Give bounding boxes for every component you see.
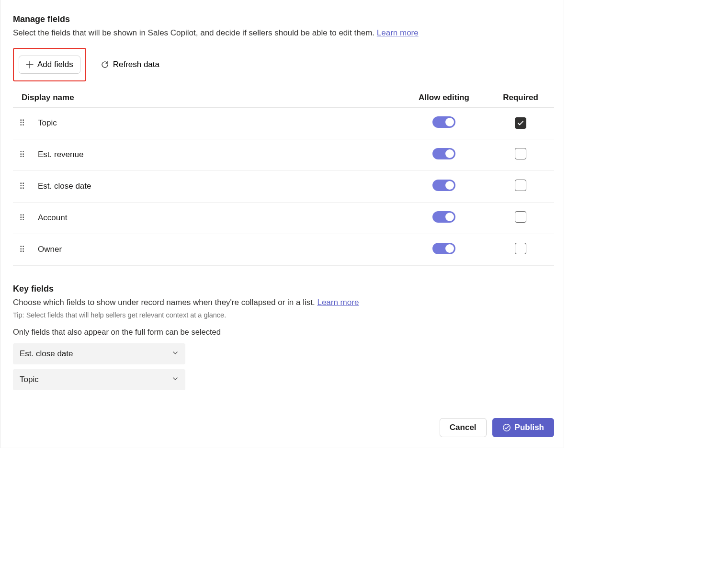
table-row: ⠿ Account: [13, 202, 554, 234]
table-row: ⠿ Est. close date: [13, 170, 554, 202]
manage-fields-learn-more-link[interactable]: Learn more: [377, 28, 419, 37]
field-name: Est. revenue: [32, 139, 401, 170]
check-circle-icon: [502, 423, 511, 432]
check-icon: [517, 120, 524, 126]
chevron-down-icon: [172, 375, 179, 384]
field-name: Account: [32, 202, 401, 234]
manage-fields-desc: Select the fields that will be shown in …: [13, 27, 554, 39]
table-row: ⠿ Topic: [13, 107, 554, 139]
key-fields-desc: Choose which fields to show under record…: [13, 297, 554, 309]
allow-editing-toggle[interactable]: [432, 243, 455, 254]
required-checkbox[interactable]: [515, 117, 526, 129]
col-allow-editing: Allow editing: [401, 89, 487, 108]
table-row: ⠿ Est. revenue: [13, 139, 554, 170]
key-fields-help: Only fields that also appear on the full…: [13, 328, 554, 337]
drag-handle-icon[interactable]: ⠿: [19, 119, 26, 128]
refresh-icon: [101, 60, 109, 69]
add-fields-button[interactable]: Add fields: [19, 56, 80, 74]
cancel-button[interactable]: Cancel: [440, 418, 487, 437]
refresh-data-button[interactable]: Refresh data: [96, 56, 164, 73]
drag-handle-icon[interactable]: ⠿: [19, 182, 26, 191]
drag-handle-icon[interactable]: ⠿: [19, 150, 26, 159]
field-name: Owner: [32, 234, 401, 265]
drag-handle-icon[interactable]: ⠿: [19, 245, 26, 254]
key-field-select-2[interactable]: Topic: [13, 369, 185, 390]
key-fields-title: Key fields: [13, 284, 554, 294]
key-field-select-1-value: Est. close date: [20, 349, 73, 359]
required-checkbox[interactable]: [515, 211, 526, 223]
add-fields-highlight: Add fields: [13, 48, 86, 81]
key-field-select-2-value: Topic: [20, 375, 39, 384]
drag-handle-icon[interactable]: ⠿: [19, 214, 26, 223]
allow-editing-toggle[interactable]: [432, 148, 455, 159]
key-field-select-1[interactable]: Est. close date: [13, 343, 185, 364]
refresh-data-label: Refresh data: [113, 60, 159, 69]
field-name: Est. close date: [32, 170, 401, 202]
key-fields-tip: Tip: Select fields that will help seller…: [13, 311, 554, 319]
manage-fields-desc-text: Select the fields that will be shown in …: [13, 28, 377, 37]
publish-button[interactable]: Publish: [492, 418, 554, 437]
plus-icon: [26, 61, 34, 68]
required-checkbox[interactable]: [515, 180, 526, 191]
required-checkbox[interactable]: [515, 243, 526, 254]
add-fields-label: Add fields: [37, 60, 73, 69]
allow-editing-toggle[interactable]: [432, 116, 455, 128]
toolbar: Add fields Refresh data: [13, 48, 554, 81]
table-row: ⠿ Owner: [13, 234, 554, 265]
fields-table: Display name Allow editing Required ⠿ To…: [13, 89, 554, 266]
required-checkbox[interactable]: [515, 148, 526, 159]
footer: Cancel Publish: [13, 418, 554, 437]
allow-editing-toggle[interactable]: [432, 180, 455, 191]
allow-editing-toggle[interactable]: [432, 211, 455, 223]
chevron-down-icon: [172, 349, 179, 359]
publish-label: Publish: [515, 423, 544, 432]
manage-fields-title: Manage fields: [13, 14, 554, 24]
col-required: Required: [487, 89, 554, 108]
key-fields-desc-text: Choose which fields to show under record…: [13, 298, 317, 307]
col-display-name: Display name: [13, 89, 401, 108]
key-fields-learn-more-link[interactable]: Learn more: [317, 298, 359, 307]
field-name: Topic: [32, 107, 401, 139]
